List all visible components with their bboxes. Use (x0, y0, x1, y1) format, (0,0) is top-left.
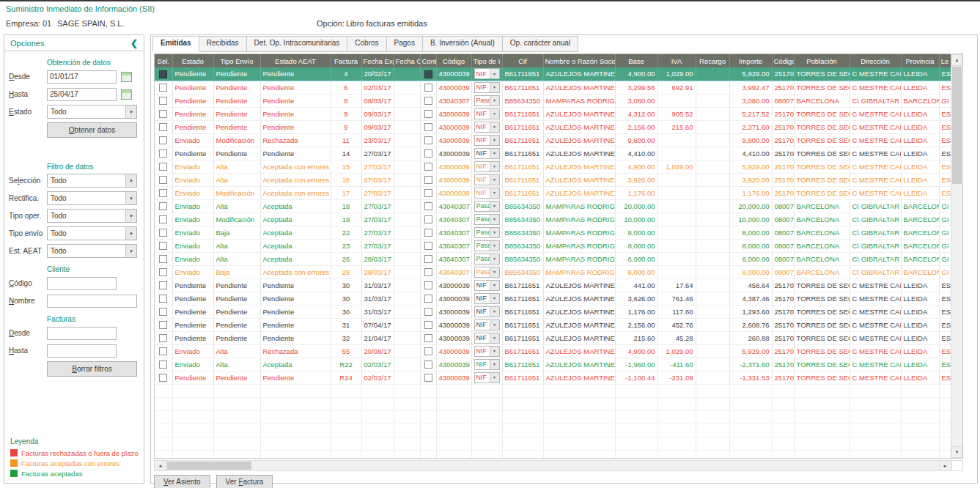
cell-estado[interactable]: Pendiente (172, 318, 213, 331)
cell-cif[interactable]: B61711651 (502, 358, 543, 371)
cell-nombre[interactable]: AZULEJOS MARTINEZ (543, 147, 615, 160)
cell-nombre[interactable]: MAMPARAS RODRIGUEZ (543, 212, 615, 226)
cell-tipo_envio[interactable]: Pendiente (213, 147, 260, 160)
cell-importe[interactable]: -2,371.60 (729, 358, 772, 371)
cell-cif[interactable]: B61711651 (502, 81, 543, 94)
cell-estado[interactable]: Enviado (172, 265, 213, 278)
cell-tipo_envio[interactable]: Pendiente (213, 120, 260, 133)
cell-recargo[interactable] (696, 81, 729, 94)
cell-estado[interactable]: Enviado (172, 226, 213, 239)
cell-tipo_id[interactable]: Pasa▼ (471, 239, 502, 252)
cell-estado[interactable]: Enviado (172, 252, 213, 265)
cell-recargo[interactable] (696, 67, 729, 81)
cell-importe[interactable]: 8,000.00 (729, 265, 772, 278)
chevron-down-icon[interactable]: ▼ (490, 228, 499, 237)
cell-fecha_expe[interactable]: 31/03/17 (361, 292, 394, 305)
cell-cif[interactable]: B61711651 (502, 371, 543, 384)
cell-factura[interactable]: 6 (331, 81, 361, 94)
cell-tipo_envio[interactable]: Alta (213, 173, 260, 186)
cell-conta[interactable] (420, 133, 436, 147)
cell-cp[interactable]: 08007 (772, 212, 794, 226)
cell-estado[interactable]: Enviado (172, 199, 213, 212)
cell-recargo[interactable] (696, 252, 729, 265)
cell-direccion[interactable]: C\ GIBRALTAR 23 (850, 226, 901, 239)
contabilizado-checkbox[interactable] (424, 281, 432, 289)
cell-factura[interactable]: 11 (331, 133, 361, 147)
select-checkbox[interactable] (159, 268, 167, 276)
cell-estado[interactable]: Enviado (172, 173, 213, 186)
cell-base[interactable]: 4,900.00 (615, 67, 657, 81)
est-aeat-select[interactable]: Todo ▼ (47, 244, 137, 258)
cell-factura[interactable]: 16 (331, 173, 361, 186)
cell-conta[interactable] (420, 278, 436, 292)
cell-fecha_oper[interactable] (394, 265, 420, 278)
cell-provincia[interactable]: LLEIDA (901, 160, 939, 173)
cell-iva[interactable]: 215.60 (657, 120, 696, 133)
cell-base[interactable]: 1,176.00 (615, 305, 657, 318)
cell-fecha_expe[interactable]: 23/03/17 (361, 133, 394, 147)
chevron-down-icon[interactable]: ▼ (490, 294, 499, 303)
cell-poblacion[interactable]: TORRES DE SEGRE (794, 147, 850, 160)
cell-fecha_expe[interactable]: 02/03/17 (361, 371, 394, 384)
cell-cp[interactable]: 25170 (772, 305, 794, 318)
cell-conta[interactable] (420, 292, 436, 305)
cell-conta[interactable] (420, 147, 436, 160)
cell-estado[interactable]: Pendiente (172, 67, 213, 81)
contabilizado-checkbox[interactable] (424, 136, 432, 144)
cell-estado_aeat[interactable]: Aceptada (260, 358, 331, 371)
cell-base[interactable]: 441.00 (615, 278, 657, 292)
cell-estado_aeat[interactable]: Pendiente (260, 278, 331, 292)
cell-iva[interactable]: -411.60 (657, 358, 696, 371)
cell-estado_aeat[interactable]: Pendiente (260, 67, 331, 81)
cell-importe[interactable]: 4,387.46 (729, 292, 772, 305)
cell-tipo_id[interactable]: NIF▼ (471, 318, 502, 331)
tipo-id-combobox[interactable]: Pasa▼ (474, 214, 500, 225)
chevron-down-icon[interactable]: ▼ (490, 254, 499, 264)
select-checkbox[interactable] (159, 295, 167, 303)
cell-codigo[interactable]: 43000039 (436, 371, 471, 384)
cell-nombre[interactable]: AZULEJOS MARTINEZ (543, 107, 615, 120)
cell-base[interactable]: 6,000.00 (615, 252, 657, 265)
tipo-id-combobox[interactable]: Pasa▼ (474, 240, 500, 251)
cell-factura[interactable]: 4 (331, 67, 361, 81)
cell-provincia[interactable]: BARCELONA (901, 265, 939, 278)
cell-tipo_id[interactable]: Pasa▼ (471, 212, 502, 226)
table-row[interactable]: EnviadoModificaciónRechazada1123/03/1743… (155, 133, 951, 147)
cell-provincia[interactable]: LLEIDA (901, 173, 939, 186)
cell-importe[interactable]: 9,800.00 (729, 133, 772, 147)
chevron-down-icon[interactable]: ▼ (490, 373, 499, 382)
chevron-down-icon[interactable]: ▼ (490, 136, 499, 145)
scroll-down-arrow-icon[interactable]: ▼ (951, 446, 962, 458)
cell-tipo_envio[interactable]: Pendiente (213, 292, 260, 305)
cell-provincia[interactable]: LLEIDA (901, 133, 939, 147)
cell-estado_aeat[interactable]: Aceptada (260, 239, 331, 252)
cell-sel[interactable] (155, 160, 172, 173)
cell-factura[interactable]: 30 (331, 292, 361, 305)
cell-le[interactable]: ES (939, 278, 951, 292)
cell-tipo_envio[interactable]: Pendiente (213, 67, 260, 81)
cell-factura[interactable]: 26 (331, 252, 361, 265)
cell-base[interactable]: 8,000.00 (615, 226, 657, 239)
cell-cp[interactable]: 08007 (772, 199, 794, 212)
estado-select[interactable]: Todo ▼ (47, 105, 137, 119)
cell-fecha_expe[interactable]: 02/03/17 (361, 81, 394, 94)
cell-estado[interactable]: Pendiente (172, 120, 213, 133)
cell-sel[interactable] (155, 305, 172, 318)
cell-base[interactable]: 3,920.00 (615, 173, 657, 186)
chevron-down-icon[interactable]: ▼ (125, 174, 136, 187)
table-row[interactable]: PendientePendientePendiente3031/03/17430… (155, 278, 951, 292)
cell-estado_aeat[interactable]: Aceptada con errores (260, 265, 331, 278)
cell-factura[interactable]: 28 (331, 265, 361, 278)
table-row[interactable]: PendientePendientePendiente3031/03/17430… (155, 305, 951, 318)
cell-conta[interactable] (420, 331, 436, 344)
cell-provincia[interactable]: LLEIDA (901, 358, 939, 371)
cell-factura[interactable]: 30 (331, 305, 361, 318)
cell-tipo_id[interactable]: Pasa▼ (471, 265, 502, 278)
cell-fecha_expe[interactable]: 07/04/17 (361, 318, 394, 331)
cell-nombre[interactable]: MAMPARAS RODRIGUEZ (543, 265, 615, 278)
contabilizado-checkbox[interactable] (424, 334, 432, 342)
cell-cif[interactable]: B85634350 (502, 226, 543, 239)
cell-fecha_expe[interactable]: 09/03/17 (361, 107, 394, 120)
chevron-down-icon[interactable]: ▼ (490, 149, 499, 158)
cell-estado[interactable]: Enviado (172, 133, 213, 147)
